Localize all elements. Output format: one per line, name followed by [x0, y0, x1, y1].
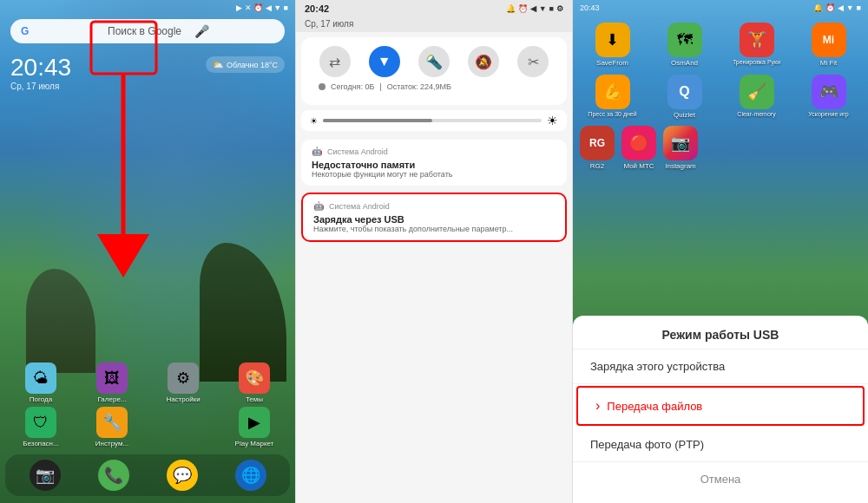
app-label-settings: Настройки	[161, 395, 205, 403]
app-rg2[interactable]: RG RG2	[580, 126, 615, 171]
bottom-apps-row: RG RG2 🔴 Мой МТС 📷 Instagram	[573, 126, 868, 178]
top-apps-grid: ⬇ SaveFrom 🗺 OsmAnd 🏋 Тренировка Руки Mi…	[573, 16, 868, 126]
home-screen-panel: ▶ ✕ ⏰ ◀ ▼ ■ G Поиск в Google 🎤 20:43 Ср,…	[0, 0, 295, 503]
dock-messages[interactable]: 💬	[161, 460, 204, 491]
date-bar-2: Ср, 17 июля	[296, 17, 572, 32]
status-bar: ▶ ✕ ⏰ ◀ ▼ ■	[0, 0, 295, 16]
gear-icon[interactable]: ⚙	[556, 4, 563, 13]
status-icons-2: 🔔 ⏰ ◀ ▼ ■ ⚙	[506, 4, 563, 13]
qs-row: ⇄ ▼ 🔦 🔕 ✂	[310, 46, 558, 77]
usb-mode-panel: 20:43 🔔 ⏰ ◀ ▼ ■ ⬇ SaveFrom 🗺 OsmAnd 🏋 Тр…	[573, 0, 868, 503]
svg-marker-2	[97, 234, 149, 278]
notif-title-1: Недостаточно памяти	[312, 160, 556, 170]
qs-btn-sound[interactable]: 🔕	[468, 46, 499, 77]
app-security[interactable]: 🛡 Безопасн...	[19, 407, 62, 447]
app-clearmemory[interactable]: 🧹 Clear-memory	[724, 75, 789, 120]
app-icon-themes: 🎨	[239, 363, 270, 394]
qs-btn-wifi[interactable]: ▼	[369, 46, 400, 77]
battery-icon-3: ■	[857, 3, 861, 12]
dialog-item-charge[interactable]: Зарядка этого устройства	[573, 349, 868, 384]
app-weather[interactable]: 🌤 Погода	[19, 363, 62, 403]
app-savefrom[interactable]: ⬇ SaveFrom	[580, 23, 645, 68]
quick-settings: ⇄ ▼ 🔦 🔕 ✂ Сегодня: 0Б | Остаток: 224,9МБ	[301, 37, 567, 105]
dialog-item-transfer-label: Передача файлов	[607, 400, 702, 413]
app-icon-phone: 📞	[98, 460, 129, 491]
arrow-annotation	[87, 17, 165, 295]
icon-mymts: 🔴	[621, 126, 656, 160]
qs-btn-torch[interactable]: 🔦	[418, 46, 450, 77]
icon-clearmemory: 🧹	[740, 75, 774, 109]
android-icon-1: 🤖	[312, 147, 322, 156]
data-usage-row: Сегодня: 0Б | Остаток: 224,9МБ	[310, 77, 558, 96]
app-themes[interactable]: 🎨 Темы	[233, 363, 276, 403]
weather-widget: ⛅ Облачно 18°С	[206, 56, 285, 73]
brightness-fill	[323, 119, 432, 122]
dialog-item-cancel[interactable]: Отмена	[573, 462, 868, 496]
app-mifit[interactable]: Mi Mi Fit	[796, 23, 861, 68]
icon-rg2: RG	[580, 126, 615, 160]
app-icon-security: 🛡	[25, 407, 56, 438]
dialog-item-ptp[interactable]: Передача фото (PTP)	[573, 428, 868, 462]
dialog-item-cancel-label: Отмена	[700, 473, 741, 486]
qs-btn-data[interactable]: ⇄	[319, 46, 351, 77]
icon-mifit: Mi	[812, 23, 846, 57]
time-3: 20:43	[580, 3, 600, 12]
icon-workout: 🏋	[740, 23, 774, 57]
app-icon-settings: ⚙	[168, 363, 199, 394]
notif-app-2: Система Android	[329, 202, 390, 211]
svg-rect-0	[91, 22, 156, 74]
app-mymts[interactable]: 🔴 Мой МТС	[621, 126, 656, 171]
icon-instagram: 📷	[663, 126, 698, 160]
app-row-2: 🛡 Безопасн... 🔧 Инструм... ▶ Play Маркет	[5, 407, 290, 447]
dock-phone[interactable]: 📞	[92, 460, 135, 491]
app-osmand[interactable]: 🗺 OsmAnd	[652, 23, 717, 68]
dialog-item-ptp-label: Передача фото (PTP)	[590, 438, 704, 451]
notif-app-1: Система Android	[327, 147, 388, 156]
app-quizlet[interactable]: Q Quizlet	[652, 75, 717, 120]
qs-btn-screenshot[interactable]: ✂	[517, 46, 549, 77]
app-icon-weather: 🌤	[25, 363, 56, 394]
bell-icon-3: 🔔	[813, 3, 823, 12]
app-icon-messages: 💬	[167, 460, 198, 491]
mic-icon[interactable]: 🎤	[194, 24, 274, 38]
status-icons-3: 🔔 ⏰ ◀ ▼ ■	[813, 3, 861, 12]
app-playstore[interactable]: ▶ Play Маркет	[233, 407, 276, 447]
icon-quizlet: Q	[667, 75, 702, 109]
notification-low-memory[interactable]: 🤖 Система Android Недостаточно памяти Не…	[301, 140, 567, 186]
notification-usb[interactable]: 🤖 Система Android Зарядка через USB Нажм…	[301, 193, 567, 242]
app-icon-gallery: 🖼	[96, 363, 128, 394]
app-gallery[interactable]: 🖼 Галере...	[90, 363, 134, 403]
app-settings[interactable]: ⚙ Настройки	[161, 363, 205, 403]
dock-row: 📷 📞 💬 🌐	[5, 454, 290, 496]
dialog-item-transfer[interactable]: Передача файлов	[576, 386, 865, 426]
notif-header-1: 🤖 Система Android	[312, 147, 556, 156]
data-remain: Остаток: 224,9МБ	[387, 82, 451, 91]
app-instagram[interactable]: 📷 Instagram	[663, 126, 698, 171]
app-gameboost[interactable]: 🎮 Ускорение игр	[796, 75, 861, 120]
app-icon-tools: 🔧	[96, 407, 128, 438]
icon-osmand: 🗺	[667, 23, 702, 57]
weather-icon: ⛅	[213, 60, 223, 69]
app-icon-camera: 📷	[30, 460, 61, 491]
app-icon-empty	[168, 411, 199, 442]
wifi-icon: ▼	[539, 4, 547, 13]
bell-icon: 🔔	[506, 4, 516, 13]
battery-icon: ■	[549, 4, 554, 13]
app-icon-play: ▶	[239, 407, 270, 438]
app-label-security: Безопасн...	[19, 440, 62, 447]
dock-browser[interactable]: 🌐	[229, 460, 273, 491]
app-tools[interactable]: 🔧 Инструм...	[90, 407, 134, 447]
app-icon-browser: 🌐	[235, 460, 266, 491]
alarm-icon-3: ⏰	[825, 3, 835, 12]
app-abs[interactable]: 💪 Пресс за 30 дней	[580, 75, 645, 120]
app-label-tools: Инструм...	[90, 440, 134, 447]
app-row-1: 🌤 Погода 🖼 Галере... ⚙ Настройки 🎨 Темы	[5, 363, 290, 403]
notif-text-2: Нажмите, чтобы показать дополнительные п…	[313, 225, 555, 233]
dialog-item-charge-label: Зарядка этого устройства	[590, 360, 725, 373]
signal-icon-3: ◀	[838, 3, 844, 12]
time-2: 20:42	[305, 3, 329, 14]
brightness-slider[interactable]	[323, 119, 542, 122]
brightness-low-icon: ☀	[310, 116, 318, 126]
dock-camera[interactable]: 📷	[23, 460, 67, 491]
app-workout[interactable]: 🏋 Тренировка Руки	[724, 23, 789, 68]
